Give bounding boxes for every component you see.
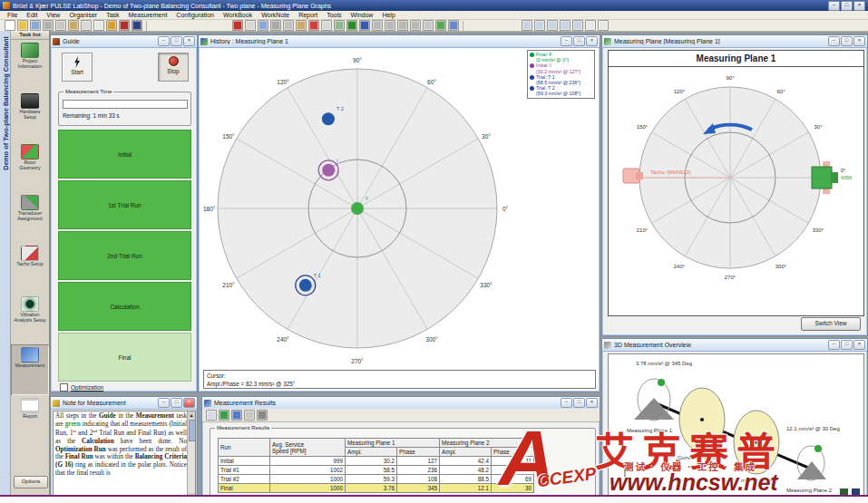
demo-side-tab[interactable]: Demo of Two-plane Balancing Consultant [0, 31, 11, 503]
guide-minimize-button[interactable]: – [158, 36, 170, 46]
note-close-button[interactable]: × [183, 398, 195, 408]
workbook-icon[interactable] [132, 20, 142, 31]
overview-3d-titlebar[interactable]: 3D Measurement Overview – □ × [602, 339, 867, 352]
guide-step[interactable]: Final [58, 333, 191, 382]
results-table[interactable]: Run Avg. Service Speed [RPM] Measuring P… [218, 438, 534, 493]
scrollbar-thumb[interactable] [189, 420, 196, 441]
worknote-icon[interactable] [119, 20, 130, 31]
overview-3d-scene[interactable]: 3.78 mm/s² @ 345 Deg Measuring Plane 1 C… [608, 353, 864, 500]
task-item-measurement[interactable]: Measurement [11, 344, 49, 395]
cut-alt-icon[interactable] [270, 20, 281, 31]
mp-close-button[interactable]: × [853, 36, 865, 46]
refresh-icon[interactable] [397, 20, 408, 31]
task-item-report[interactable]: Report [11, 395, 49, 446]
menu-tools[interactable]: Tools [322, 12, 346, 18]
note-scrollbar[interactable]: ▲ ▼ [187, 411, 195, 500]
menu-window[interactable]: Window [346, 12, 378, 18]
note-minimize-button[interactable]: – [158, 398, 170, 408]
print-preview-icon[interactable] [93, 20, 104, 31]
save-alt-icon[interactable] [258, 20, 268, 31]
grid-icon[interactable] [321, 20, 332, 31]
app-minimize-button[interactable]: – [828, 1, 840, 11]
menu-task[interactable]: Task [102, 12, 123, 18]
results-row-Trial #2[interactable]: Trial #2100059.310888.569 [219, 475, 534, 484]
pause-icon[interactable] [245, 20, 256, 31]
guide-step[interactable]: Initial [58, 130, 191, 179]
minimize-all-icon[interactable] [560, 20, 571, 31]
guide-step[interactable]: 2nd Trial Run [58, 231, 191, 280]
cut-icon[interactable] [43, 20, 54, 31]
task-item-hardware[interactable]: Hardware Setup [11, 91, 49, 141]
cursor-icon[interactable] [585, 20, 596, 31]
history-titlebar[interactable]: History : Measuring Plane 1 – □ × [199, 35, 600, 48]
menu-file[interactable]: File [3, 12, 22, 18]
task-item-tacho[interactable]: Tacho Setup [11, 243, 49, 294]
meter-icon[interactable] [359, 20, 370, 31]
measuring-plane-titlebar[interactable]: Measuring Plane [Measuring Plane 1] – □ … [602, 35, 867, 48]
layout-icon[interactable] [334, 20, 345, 31]
optimization-row[interactable]: Optimization [60, 383, 103, 392]
menu-configuration[interactable]: Configuration [171, 12, 219, 18]
redo-icon[interactable] [385, 20, 395, 31]
history-minimize-button[interactable]: – [561, 36, 572, 46]
menu-view[interactable]: View [42, 12, 64, 18]
mp-maximize-button[interactable]: □ [841, 36, 853, 46]
move-icon[interactable] [423, 20, 434, 31]
window-new-icon[interactable] [448, 20, 459, 31]
show-table-icon[interactable] [231, 410, 242, 421]
cascade-icon[interactable] [547, 20, 558, 31]
results-row-Trial #1[interactable]: Trial #1100258.523648.2304 [219, 466, 534, 475]
rotate-icon[interactable] [410, 20, 421, 31]
note-titlebar[interactable]: Note for Measurement – □ × [51, 397, 197, 410]
menu-help[interactable]: Help [377, 12, 399, 18]
history-point-T 1[interactable] [299, 279, 312, 292]
note-maximize-button[interactable]: □ [171, 398, 182, 408]
history-point-F[interactable] [351, 202, 364, 215]
history-point-I[interactable] [322, 164, 335, 177]
stop-button[interactable]: Stop [158, 53, 189, 82]
new-doc-icon[interactable] [5, 20, 15, 31]
mp-minimize-button[interactable]: – [828, 36, 840, 46]
report-icon[interactable] [308, 20, 319, 31]
select-icon[interactable] [598, 20, 609, 31]
menu-measurement[interactable]: Measurement [124, 12, 172, 18]
guide-titlebar[interactable]: Guide – □ × [51, 35, 197, 48]
split-view-icon[interactable] [244, 410, 255, 421]
ov-minimize-button[interactable]: – [828, 340, 840, 350]
print-icon[interactable] [81, 20, 92, 31]
tile-vertical-icon[interactable] [534, 20, 545, 31]
stop-measurement-icon[interactable] [232, 20, 243, 31]
task-item-transducer[interactable]: Transducer Assignment [11, 192, 49, 243]
menu-organiser[interactable]: Organiser [64, 12, 102, 18]
guide-step[interactable]: 1st Trial Run [58, 180, 191, 229]
export-icon[interactable] [106, 20, 117, 31]
chart-icon[interactable] [346, 20, 357, 31]
results-minimize-button[interactable]: – [561, 398, 572, 408]
task-item-project[interactable]: Project Information [11, 40, 49, 91]
settings-icon[interactable] [257, 410, 268, 421]
undo-icon[interactable] [372, 20, 383, 31]
ov-close-button[interactable]: × [853, 340, 865, 350]
optimization-checkbox[interactable] [60, 383, 68, 392]
history-point-T 2[interactable] [322, 112, 335, 125]
arrange-icon[interactable] [572, 20, 583, 31]
copy-icon[interactable] [55, 20, 66, 31]
results-titlebar[interactable]: Measurement Results – □ × [202, 397, 600, 410]
results-row-Initial[interactable]: Initial99930.212742.411 [219, 457, 534, 466]
scroll-up-icon[interactable]: ▲ [188, 411, 195, 419]
guide-step[interactable]: Calculation [58, 282, 191, 331]
options-button[interactable]: Options [14, 476, 48, 488]
history-maximize-button[interactable]: □ [573, 36, 585, 46]
switch-view-button[interactable]: Switch View [801, 317, 861, 331]
copy-results-icon[interactable] [206, 410, 217, 421]
guide-maximize-button[interactable]: □ [171, 36, 182, 46]
ov-maximize-button[interactable]: □ [841, 340, 853, 350]
app-close-button[interactable]: × [853, 1, 865, 11]
app-maximize-button[interactable]: □ [841, 1, 853, 11]
paste-alt-icon[interactable] [296, 20, 307, 31]
copy-alt-icon[interactable] [283, 20, 294, 31]
tile-horizontal-icon[interactable] [522, 20, 532, 31]
history-close-button[interactable]: × [586, 36, 598, 46]
task-item-vibration[interactable]: Vibration Analysis Setup [11, 294, 49, 344]
results-row-Final[interactable]: Final10003.7634512.130 [219, 484, 534, 493]
